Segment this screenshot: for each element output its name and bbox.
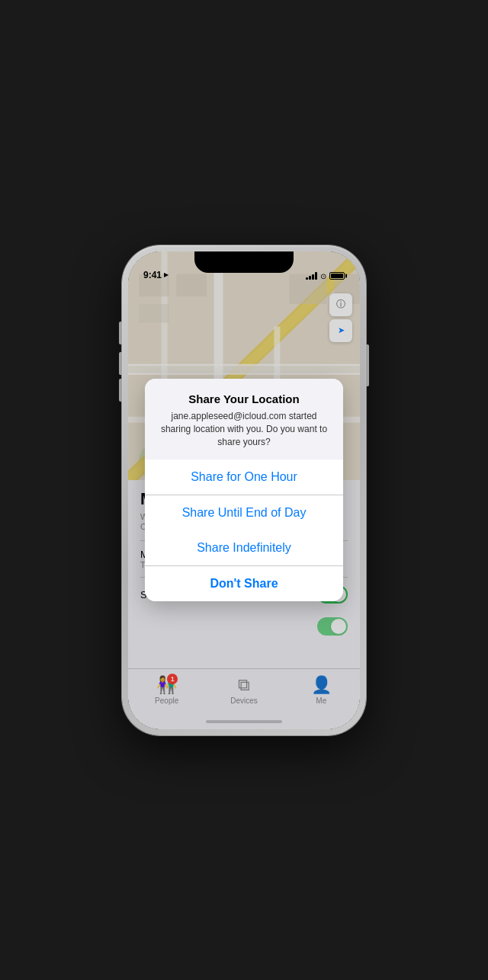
phone-inner: 9:41 ▶ ⊙	[128, 251, 360, 729]
alert-title: Share Your Location	[160, 392, 328, 405]
alert-dialog: Share Your Location jane.appleseed@iclou…	[145, 379, 343, 600]
alert-header: Share Your Location jane.appleseed@iclou…	[145, 379, 343, 459]
alert-message: jane.appleseed@icloud.com started sharin…	[160, 410, 328, 448]
share-one-hour-button[interactable]: Share for One Hour	[145, 460, 343, 495]
share-end-of-day-button[interactable]: Share Until End of Day	[145, 495, 343, 530]
phone-frame: 9:41 ▶ ⊙	[122, 245, 366, 735]
screen: 9:41 ▶ ⊙	[128, 251, 360, 729]
share-indefinitely-button[interactable]: Share Indefinitely	[145, 530, 343, 565]
modal-backdrop: Share Your Location jane.appleseed@iclou…	[128, 251, 360, 729]
dont-share-button[interactable]: Don't Share	[145, 566, 343, 601]
